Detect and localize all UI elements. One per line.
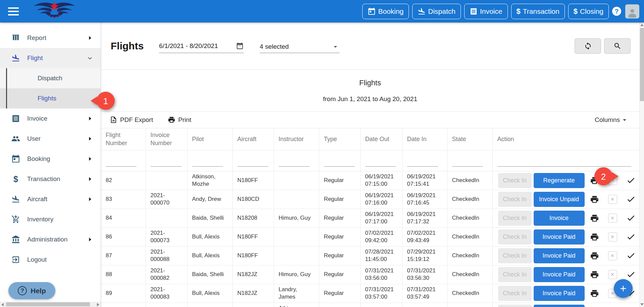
complete-row-button[interactable] (626, 251, 636, 260)
filter-input-date-out[interactable] (365, 159, 396, 167)
cell-date-in: 06/19/2021 07:17:32 (402, 209, 447, 227)
filter-input-action[interactable] (497, 159, 632, 167)
print-row-button[interactable] (590, 289, 599, 298)
sidebar-item-booking[interactable]: Booking (0, 149, 101, 169)
invoice-action-button[interactable]: Invoice Paid (534, 305, 585, 307)
sidebar-subitem-flights[interactable]: Flights (0, 88, 101, 108)
filter-input-instructor[interactable] (279, 159, 310, 167)
cancel-row-button[interactable] (608, 232, 617, 242)
print-row-button[interactable] (590, 270, 599, 279)
invoice-action-button[interactable]: Regenerate (534, 173, 585, 188)
scroll-right-arrow[interactable] (97, 303, 99, 306)
filter-input-date-in[interactable] (407, 159, 438, 167)
column-header-state[interactable]: State (447, 128, 492, 150)
print-row-button[interactable] (590, 176, 599, 185)
help-button[interactable]: ? Help (8, 282, 55, 299)
columns-menu-button[interactable]: Columns (593, 116, 631, 124)
check-in-button[interactable]: Check In (498, 211, 532, 226)
print-row-button[interactable] (590, 214, 599, 223)
column-header-aircraft[interactable]: Aircraft (232, 128, 274, 150)
print-button[interactable]: Print (166, 116, 193, 124)
column-header-pilot[interactable]: Pilot (187, 128, 232, 150)
cancel-row-button[interactable] (608, 195, 617, 204)
help-button-label: Help (31, 287, 46, 295)
sidebar-item-logout[interactable]: Logout (0, 250, 101, 270)
add-flight-fab[interactable] (614, 279, 633, 298)
sidebar-item-label: Inventory (27, 216, 93, 223)
column-header-invoice-number[interactable]: Invoice Number (146, 128, 187, 150)
refresh-button[interactable] (575, 38, 601, 54)
nav-button-label: Closing (580, 7, 603, 15)
pdf-export-button[interactable]: PDF Export (108, 116, 155, 124)
check-in-button[interactable]: Check In (498, 267, 532, 282)
multi-select-dropdown[interactable]: 4 selected (260, 43, 339, 53)
cell-flight-number: 83 (101, 190, 146, 209)
nav-invoice-button[interactable]: Invoice (464, 4, 508, 19)
user-avatar[interactable] (625, 4, 639, 18)
sidebar-item-administration[interactable]: Administration (0, 229, 101, 250)
complete-row-button[interactable] (626, 194, 636, 204)
header-help-icon[interactable]: ? (612, 7, 621, 16)
filter-input-type[interactable] (324, 159, 355, 167)
complete-row-button[interactable] (626, 232, 636, 242)
column-header-flight-number[interactable]: Flight Number (101, 128, 146, 150)
filter-input-state[interactable] (452, 159, 483, 167)
calendar-icon[interactable] (236, 42, 244, 50)
sidebar-item-flight[interactable]: Flight (0, 48, 101, 68)
print-row-button[interactable] (590, 232, 599, 242)
nav-booking-button[interactable]: Booking (362, 4, 409, 19)
complete-row-button[interactable] (626, 213, 636, 223)
sidebar-item-aircraft[interactable]: Aircraft (0, 189, 101, 209)
cancel-row-button[interactable] (608, 214, 617, 223)
sidebar-item-report[interactable]: Report (0, 28, 101, 48)
invoice-action-button[interactable]: Invoice (534, 211, 585, 226)
invoice-action-button[interactable]: Invoice Paid (534, 267, 585, 282)
scroll-up-arrow[interactable] (640, 24, 644, 26)
check-in-button[interactable]: Check In (498, 229, 532, 245)
filter-input-pilot[interactable] (192, 159, 223, 167)
sidebar-item-inventory[interactable]: Inventory (0, 209, 101, 229)
nav-transaction-button[interactable]: $Transaction (511, 4, 565, 19)
sidebar-item-user[interactable]: User (0, 129, 101, 149)
sidebar-subitem-dispatch[interactable]: Dispatch (0, 68, 101, 88)
scroll-left-arrow[interactable] (1, 303, 4, 306)
check-in-button[interactable]: Check In (498, 192, 532, 207)
check-in-button[interactable]: Check In (498, 305, 532, 307)
column-header-date-in[interactable]: Date In (402, 128, 447, 150)
column-header-instructor[interactable]: Instructor (274, 128, 319, 150)
cancel-row-button[interactable] (608, 176, 617, 185)
cancel-row-button[interactable] (608, 270, 617, 279)
check-in-button[interactable]: Check In (498, 173, 532, 188)
column-header-date-out[interactable]: Date Out (360, 128, 402, 150)
filter-input-aircraft[interactable] (237, 159, 268, 167)
check-in-button[interactable]: Check In (498, 248, 532, 263)
invoice-action-button[interactable]: Invoice Unpaid (534, 192, 585, 207)
vertical-scrollbar-thumb[interactable] (640, 28, 644, 101)
search-button[interactable] (604, 38, 631, 54)
row-actions: Check InInvoice Paid (497, 248, 635, 263)
row-actions: Check InInvoice (497, 211, 635, 226)
nav-closing-button[interactable]: $Closing (568, 4, 609, 19)
filter-cell-aircraft (232, 150, 274, 171)
complete-row-button[interactable] (626, 270, 636, 279)
filter-input-flight-number[interactable] (106, 159, 137, 167)
sidebar-item-invoice[interactable]: Invoice (0, 108, 101, 129)
sidebar-item-transaction[interactable]: $Transaction (0, 169, 101, 189)
filter-input-invoice-number[interactable] (151, 159, 181, 167)
date-range-input[interactable] (159, 42, 236, 50)
invoice-action-button[interactable]: Invoice Paid (534, 286, 585, 301)
invoice-action-button[interactable]: Invoice Paid (534, 248, 585, 263)
menu-hamburger-button[interactable] (8, 7, 19, 15)
invoice-action-button[interactable]: Invoice Paid (534, 229, 585, 245)
check-in-button[interactable]: Check In (498, 286, 532, 301)
print-row-button[interactable] (590, 195, 599, 204)
print-row-button[interactable] (590, 251, 599, 260)
column-header-action[interactable]: Action (492, 128, 639, 150)
column-header-type[interactable]: Type (319, 128, 360, 150)
horizontal-scrollbar-thumb[interactable] (6, 302, 90, 306)
scroll-down-arrow[interactable] (640, 303, 644, 306)
cancel-row-button[interactable] (608, 251, 617, 260)
complete-row-button[interactable] (626, 176, 636, 185)
cell-state: CheckedIn (447, 227, 492, 246)
nav-dispatch-button[interactable]: Dispatch (412, 4, 461, 19)
